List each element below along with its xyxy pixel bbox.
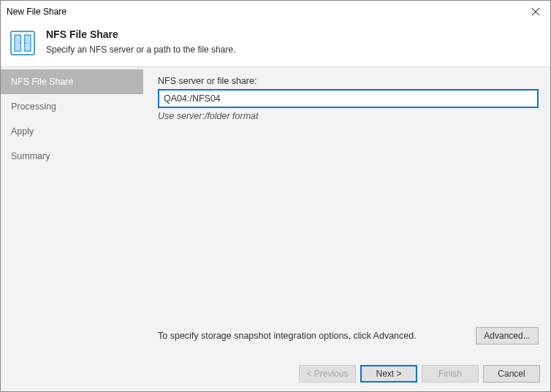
bottom-row: To specify storage snapshot integration … [158, 327, 539, 349]
header-title: NFS File Share [46, 28, 235, 40]
header-text: NFS File Share Specify an NFS server or … [46, 28, 235, 55]
sidebar-item-label: Summary [11, 151, 50, 161]
footer: < Previous Next > Finish Cancel [1, 358, 550, 391]
file-share-icon [10, 30, 36, 56]
advanced-button[interactable]: Advanced... [476, 327, 539, 345]
svg-point-6 [25, 42, 26, 44]
header: NFS File Share Specify an NFS server or … [1, 23, 550, 66]
sidebar-item-apply[interactable]: Apply [1, 119, 143, 144]
nfs-path-input[interactable] [158, 89, 539, 108]
sidebar-item-processing[interactable]: Processing [1, 94, 143, 119]
body: NFS File Share Processing Apply Summary … [1, 66, 550, 358]
window-title: New File Share [7, 7, 521, 17]
main-panel: NFS server or file share: Use server:/fo… [143, 67, 550, 358]
field-label: NFS server or file share: [158, 76, 539, 86]
next-button[interactable]: Next > [360, 365, 417, 383]
sidebar-item-summary[interactable]: Summary [1, 144, 143, 169]
advanced-hint-text: To specify storage snapshot integration … [158, 331, 468, 341]
close-icon [532, 8, 539, 15]
cancel-button[interactable]: Cancel [483, 365, 540, 383]
sidebar: NFS File Share Processing Apply Summary [1, 67, 143, 358]
field-hint: Use server:/folder format [158, 111, 539, 121]
previous-button: < Previous [299, 365, 356, 383]
sidebar-item-nfs-file-share[interactable]: NFS File Share [1, 69, 143, 94]
sidebar-item-label: NFS File Share [11, 77, 73, 87]
svg-point-5 [19, 42, 20, 44]
sidebar-item-label: Apply [11, 126, 34, 137]
titlebar: New File Share [1, 1, 550, 23]
finish-button: Finish [422, 365, 479, 383]
close-button[interactable] [521, 1, 550, 23]
header-subtitle: Specify an NFS server or a path to the f… [46, 45, 235, 55]
sidebar-item-label: Processing [11, 101, 56, 112]
